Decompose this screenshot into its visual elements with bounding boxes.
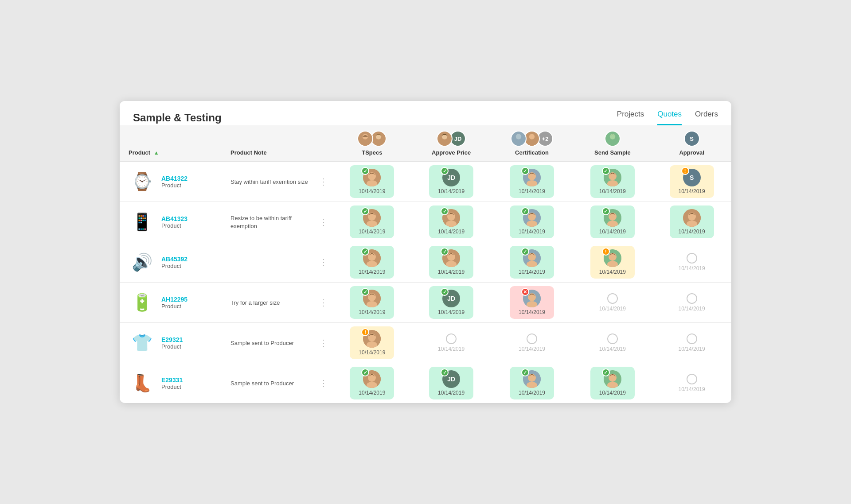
row-menu-button[interactable]: ⋮ (319, 297, 328, 308)
avatar-female-1 (357, 131, 373, 147)
status-card-red[interactable]: ✕10/14/2019 (510, 286, 554, 319)
svg-point-19 (368, 172, 376, 180)
avatar-female-3 (437, 131, 453, 147)
product-note: Stay within tariff exemtion size (230, 178, 308, 185)
status-card-empty: 10/14/2019 (670, 249, 714, 275)
col-product[interactable]: Product ▲ (120, 125, 226, 162)
status-date: 10/14/2019 (599, 229, 626, 235)
product-info: ⌚ AB41322 Product (129, 168, 222, 195)
empty-circle-icon (446, 333, 457, 344)
product-cell: 🔊 AB45392 Product (120, 242, 226, 283)
cert-avatars: +2 (495, 131, 568, 147)
status-card-green[interactable]: ✓10/14/2019 (350, 205, 394, 238)
status-card-green[interactable]: ✓10/14/2019 (510, 205, 554, 238)
row-menu-button[interactable]: ⋮ (319, 217, 328, 227)
status-card-green[interactable]: ✓10/14/2019 (590, 165, 635, 198)
status-date: 10/14/2019 (359, 269, 385, 275)
status-card-green[interactable]: ✓10/14/2019 (350, 367, 394, 399)
status-date: 10/14/2019 (599, 188, 626, 194)
product-id[interactable]: AH12295 (161, 296, 187, 303)
status-card-green[interactable]: JD✓10/14/2019 (429, 165, 473, 198)
send-avatars (578, 131, 648, 147)
status-cell: JD✓10/14/2019 (412, 363, 491, 403)
status-date: 10/14/2019 (519, 229, 545, 235)
status-card-yellow[interactable]: !10/14/2019 (350, 326, 394, 359)
row-menu-button[interactable]: ⋮ (319, 176, 328, 187)
status-date: 10/14/2019 (679, 386, 705, 392)
table-row: ⌚ AB41322 Product Stay within tariff exe… (120, 162, 731, 202)
product-note: Sample sent to Producer (230, 380, 294, 387)
status-card-empty: 10/14/2019 (590, 290, 635, 315)
tab-quotes[interactable]: Quotes (657, 110, 682, 125)
status-date: 10/14/2019 (599, 346, 626, 352)
status-cell: 10/14/2019 (652, 202, 731, 242)
svg-point-1 (361, 140, 370, 147)
status-cell: !10/14/2019 (573, 242, 652, 283)
product-id[interactable]: E29331 (161, 376, 183, 384)
product-label: Product (161, 182, 187, 189)
product-cell: 📱 AB41323 Product (120, 202, 226, 242)
svg-point-34 (528, 213, 536, 221)
status-card-green[interactable]: ✓10/14/2019 (590, 367, 635, 399)
status-card-yellow[interactable]: S!10/14/2019 (670, 165, 714, 198)
col-send-sample: Send Sample (573, 125, 652, 162)
status-date: 10/14/2019 (438, 390, 465, 396)
row-menu-button[interactable]: ⋮ (319, 378, 328, 388)
tab-projects[interactable]: Projects (617, 110, 644, 125)
status-cell: 10/14/2019 (573, 323, 652, 363)
row-menu-button[interactable]: ⋮ (319, 257, 328, 268)
status-card-empty: 10/14/2019 (670, 330, 714, 356)
status-card-yellow[interactable]: !10/14/2019 (590, 246, 635, 279)
svg-point-28 (368, 213, 376, 221)
product-id[interactable]: AB45392 (161, 256, 187, 263)
svg-point-61 (368, 333, 376, 341)
status-card-green[interactable]: ✓10/14/2019 (510, 367, 554, 399)
status-card-green[interactable]: ✓10/14/2019 (510, 165, 554, 198)
table-row: 👕 E29321 Product Sample sent to Producer… (120, 323, 731, 363)
status-card-green[interactable]: 10/14/2019 (670, 205, 714, 238)
product-info: 👕 E29321 Product (129, 330, 222, 356)
product-text: E29321 Product (161, 336, 183, 350)
status-card-green[interactable]: ✓10/14/2019 (350, 286, 394, 319)
avatar-female-5 (605, 131, 621, 147)
product-note-cell (226, 242, 315, 283)
status-card-green[interactable]: JD✓10/14/2019 (429, 286, 473, 319)
status-card-empty: 10/14/2019 (670, 370, 714, 396)
status-card-green[interactable]: ✓10/14/2019 (590, 205, 635, 238)
status-cell: 10/14/2019 (652, 283, 731, 323)
status-cell: ✓10/14/2019 (332, 283, 412, 323)
status-card-green[interactable]: ✓10/14/2019 (350, 246, 394, 279)
status-card-empty: 10/14/2019 (590, 330, 635, 356)
empty-circle-icon (687, 253, 697, 264)
approval-avatars: S (656, 131, 727, 147)
row-menu-cell: ⋮ (315, 323, 332, 363)
svg-point-7 (440, 140, 449, 147)
table-row: 🔊 AB45392 Product ⋮ ✓10/14/2019 ✓10/14/2… (120, 242, 731, 283)
status-cell: ✕10/14/2019 (491, 283, 573, 323)
product-label: Product (161, 384, 183, 390)
status-card-green[interactable]: ✓10/14/2019 (510, 246, 554, 279)
app-container: Sample & Testing Projects Quotes Orders … (120, 101, 731, 403)
status-card-green[interactable]: ✓10/14/2019 (429, 205, 473, 238)
status-card-green[interactable]: ✓10/14/2019 (350, 165, 394, 198)
status-cell: 10/14/2019 (412, 323, 491, 363)
tab-orders[interactable]: Orders (695, 110, 718, 125)
svg-point-49 (528, 253, 536, 261)
product-id[interactable]: E29321 (161, 336, 183, 343)
product-id[interactable]: AB41323 (161, 215, 187, 222)
product-cell: 👕 E29321 Product (120, 323, 226, 363)
status-cell: ✓10/14/2019 (573, 202, 652, 242)
svg-point-11 (516, 134, 521, 139)
product-id[interactable]: AB41322 (161, 175, 187, 182)
product-note-cell: Resize to be within tariff exemption (226, 202, 315, 242)
row-menu-button[interactable]: ⋮ (319, 337, 328, 348)
product-text: AB41323 Product (161, 215, 187, 229)
status-cell: 10/14/2019 (491, 323, 573, 363)
status-cell: 10/14/2019 (573, 283, 652, 323)
empty-circle-icon (607, 293, 618, 304)
product-note: Sample sent to Producer (230, 340, 294, 346)
svg-point-25 (609, 172, 617, 180)
status-cell: 10/14/2019 (652, 363, 731, 403)
status-card-green[interactable]: JD✓10/14/2019 (429, 367, 473, 399)
status-card-green[interactable]: ✓10/14/2019 (429, 246, 473, 279)
